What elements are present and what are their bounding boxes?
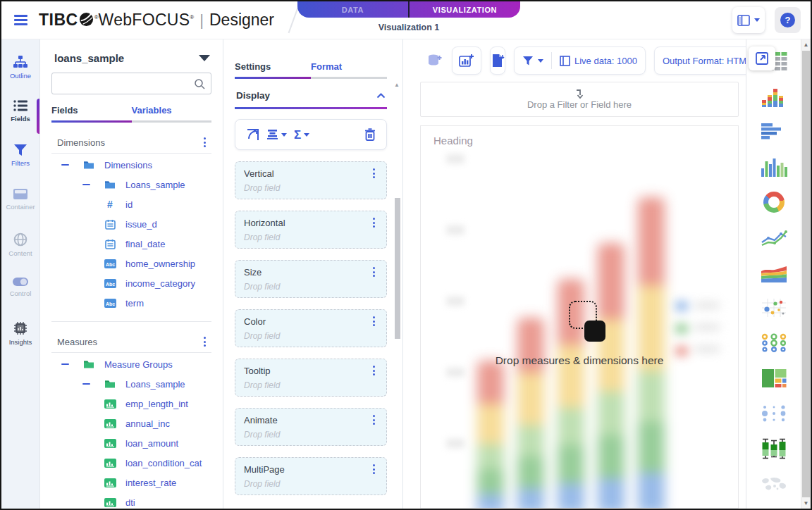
tree-field[interactable]: interest_rate bbox=[51, 473, 211, 492]
folder-icon bbox=[82, 360, 95, 369]
preview-legend bbox=[675, 301, 720, 356]
datasource-selector[interactable]: loans_sample bbox=[51, 51, 211, 64]
chart-type-boxplot[interactable] bbox=[759, 437, 789, 460]
bucket-color[interactable]: Color Drop field bbox=[235, 309, 387, 347]
tree-field[interactable]: # id bbox=[51, 194, 211, 214]
tree-node-folder[interactable]: Dimensions bbox=[51, 155, 211, 175]
divider bbox=[51, 153, 211, 154]
chart-heading-placeholder[interactable]: Heading bbox=[433, 135, 473, 147]
kebab-menu-icon[interactable] bbox=[370, 167, 378, 180]
tree-node-folder[interactable]: Measure Groups bbox=[51, 354, 211, 374]
add-chart-button[interactable] bbox=[452, 46, 481, 75]
kebab-menu-icon[interactable] bbox=[370, 315, 378, 328]
kebab-menu-icon[interactable] bbox=[370, 413, 378, 426]
tree-field[interactable]: emp_length_int bbox=[51, 394, 211, 413]
swap-orientation-button[interactable] bbox=[245, 127, 261, 143]
tree-field[interactable]: Abc income_category bbox=[51, 273, 211, 293]
kebab-menu-icon[interactable] bbox=[201, 335, 209, 348]
rail-label: Container bbox=[6, 203, 35, 211]
help-button[interactable]: ? bbox=[775, 7, 801, 33]
scroll-down-arrow[interactable]: ▼ bbox=[801, 500, 811, 506]
kebab-menu-icon[interactable] bbox=[370, 266, 378, 278]
bucket-tooltip[interactable]: Tooltip Drop field bbox=[235, 359, 387, 397]
tab-settings[interactable]: Settings bbox=[235, 61, 311, 79]
sidebar-item-outline[interactable]: Outline bbox=[1, 51, 39, 95]
tree-field[interactable]: dti bbox=[51, 492, 211, 509]
tree-field[interactable]: loan_condition_cat bbox=[51, 453, 211, 473]
section-title: Dimensions bbox=[57, 137, 105, 148]
chart-type-bubble-matrix[interactable] bbox=[759, 402, 789, 425]
tree-node-folder[interactable]: Loans_sample bbox=[51, 374, 211, 394]
tree-node-folder[interactable]: Loans_sample bbox=[51, 175, 211, 194]
panel-layout-button[interactable] bbox=[732, 7, 765, 33]
tree-field[interactable]: loan_amount bbox=[51, 433, 211, 453]
delete-button[interactable] bbox=[363, 127, 377, 142]
kebab-menu-icon[interactable] bbox=[370, 463, 378, 475]
panel-layout-icon bbox=[737, 15, 751, 26]
bucket-vertical[interactable]: Vertical Drop field bbox=[235, 161, 387, 199]
collapse-icon[interactable] bbox=[61, 363, 69, 366]
sidebar-item-control[interactable]: Control bbox=[1, 273, 39, 317]
bucket-animate[interactable]: Animate Drop field bbox=[235, 408, 387, 446]
chart-type-stacked-area[interactable] bbox=[759, 261, 789, 284]
chart-type-scatter[interactable] bbox=[759, 296, 789, 319]
scroll-up-arrow[interactable]: ▲ bbox=[393, 82, 400, 88]
chart-type-map[interactable] bbox=[759, 472, 789, 495]
kebab-menu-icon[interactable] bbox=[370, 216, 378, 229]
chart-type-circle-matrix[interactable] bbox=[759, 331, 789, 354]
sidebar-item-filters[interactable]: Filters bbox=[1, 139, 39, 184]
expand-panel-button[interactable] bbox=[749, 46, 775, 70]
add-data-button[interactable] bbox=[420, 46, 450, 75]
collapse-icon[interactable] bbox=[61, 164, 69, 166]
vertical-scrollbar[interactable]: ▲ ▼ bbox=[801, 39, 811, 509]
chart-type-horizontal-bar[interactable] bbox=[759, 120, 789, 143]
kebab-menu-icon[interactable] bbox=[201, 136, 209, 149]
tree-field[interactable]: issue_d bbox=[51, 214, 211, 234]
live-data-button[interactable]: Live data: 1000 bbox=[552, 47, 645, 74]
tab-data[interactable]: DATA bbox=[297, 1, 408, 18]
tree-field[interactable]: annual_inc bbox=[51, 413, 211, 433]
tree-field[interactable]: Abc home_ownership bbox=[51, 254, 211, 273]
export-page-button[interactable] bbox=[490, 46, 505, 75]
drag-target-icon bbox=[584, 321, 605, 342]
kebab-menu-icon[interactable] bbox=[370, 364, 378, 377]
sidebar-item-content[interactable]: Content bbox=[1, 228, 39, 273]
aggregate-button[interactable]: Σ bbox=[293, 128, 311, 142]
tab-visualization[interactable]: VISUALIZATION bbox=[410, 1, 520, 18]
sidebar-item-insights[interactable]: Insights bbox=[1, 317, 39, 361]
bucket-label: Color bbox=[244, 316, 266, 327]
chart-type-treemap[interactable] bbox=[759, 366, 789, 390]
chart-type-donut[interactable] bbox=[759, 190, 789, 213]
sidebar-item-container[interactable]: Container bbox=[1, 184, 39, 228]
filters-icon bbox=[13, 144, 27, 156]
filter-drop-zone[interactable]: Drop a Filter or Field here bbox=[420, 82, 739, 117]
tree-label: emp_length_int bbox=[125, 399, 188, 409]
bucket-size[interactable]: Size Drop field bbox=[235, 260, 387, 298]
hamburger-icon[interactable] bbox=[14, 15, 27, 25]
chart-type-line[interactable] bbox=[759, 225, 789, 249]
divider bbox=[51, 321, 211, 322]
sort-stack-button[interactable] bbox=[265, 128, 288, 142]
canvas-filter-button[interactable] bbox=[515, 47, 551, 74]
scrollbar-thumb[interactable] bbox=[802, 51, 810, 497]
tab-variables[interactable]: Variables bbox=[132, 105, 212, 123]
measure-field-icon bbox=[104, 399, 116, 409]
scroll-up-arrow[interactable]: ▲ bbox=[801, 42, 811, 48]
search-input[interactable] bbox=[51, 73, 211, 94]
visualization-drop-zone[interactable]: Heading Drop measures & dimensions here bbox=[420, 125, 739, 509]
display-section-header[interactable]: Display bbox=[235, 90, 387, 101]
scatter-plot-icon bbox=[761, 298, 787, 318]
sidebar-item-fields[interactable]: Fields bbox=[1, 95, 39, 139]
scrollbar-thumb[interactable] bbox=[395, 198, 400, 339]
bucket-multipage[interactable]: MultiPage Drop field bbox=[235, 457, 387, 495]
collapse-icon[interactable] bbox=[82, 184, 90, 186]
collapse-icon[interactable] bbox=[82, 383, 90, 385]
chart-type-column[interactable] bbox=[759, 155, 789, 178]
bucket-horizontal[interactable]: Horizontal Drop field bbox=[235, 211, 387, 249]
trash-icon bbox=[364, 128, 376, 141]
chart-type-stacked-column[interactable] bbox=[759, 85, 789, 108]
tree-field[interactable]: Abc term bbox=[51, 293, 211, 313]
tree-field[interactable]: final_date bbox=[51, 234, 211, 254]
tab-format[interactable]: Format bbox=[311, 61, 387, 79]
tab-fields[interactable]: Fields bbox=[51, 105, 132, 123]
